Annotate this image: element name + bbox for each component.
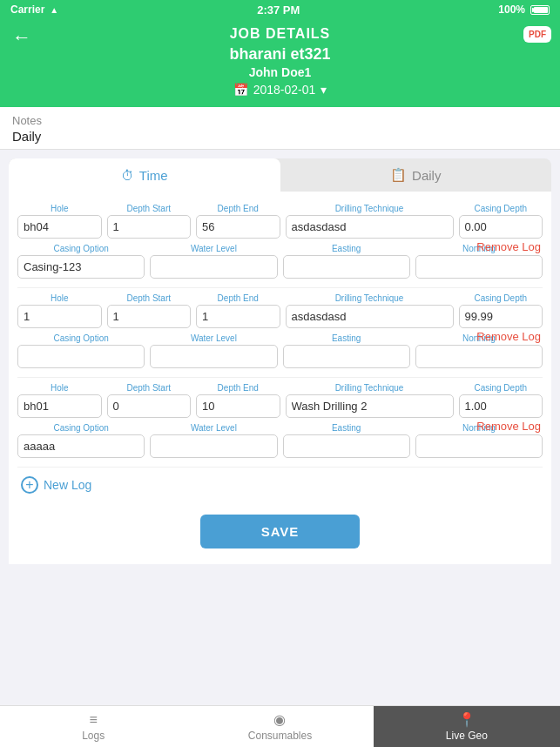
casing-opt-label-1: Casing Option [17,244,145,253]
field-water-1: Water Level [150,244,277,279]
tab-daily[interactable]: 📋 Daily [280,158,552,192]
notes-label: Notes [12,114,548,127]
log-row-2-bottom: Casing Option Water Level Easting Northi… [17,333,543,368]
hole-label-2: Hole [17,293,102,303]
content-area: Hole Depth Start Depth End Drilling Tech… [9,192,551,564]
save-button[interactable]: SAVE [200,515,361,548]
tabs-container: ⏱ Time 📋 Daily [9,158,551,192]
hole-input-2[interactable] [17,305,102,328]
depth-start-input-2[interactable] [107,305,192,328]
nav-item-livegeo[interactable]: 📍 Live Geo [374,706,560,747]
hole-label-3: Hole [17,383,102,393]
easting-label-3: Easting [283,423,410,433]
casing-depth-label-1: Casing Depth [459,204,543,213]
field-casing-depth-2: Casing Depth [459,293,543,328]
new-log-circle-icon: + [21,476,38,494]
hole-input-1[interactable] [17,215,102,239]
field-water-3: Water Level [150,423,277,458]
remove-log-3[interactable]: Remove Log [476,420,541,433]
northing-input-3[interactable] [415,434,543,458]
easting-input-2[interactable] [283,345,410,368]
casing-opt-input-3[interactable] [17,434,145,458]
casing-depth-input-1[interactable] [459,215,543,239]
easting-label-2: Easting [283,333,410,343]
log-entry-2: Hole Depth Start Depth End Drilling Tech… [17,288,543,378]
casing-depth-input-2[interactable] [459,305,543,328]
new-log-label: New Log [44,478,91,492]
log-row-3-bottom: Casing Option Water Level Easting Northi… [17,423,543,458]
chevron-down-icon: ▾ [320,83,327,97]
status-bar-left: Carrier [10,3,58,16]
field-casing-depth-3: Casing Depth [459,383,543,418]
casing-opt-input-2[interactable] [17,345,145,368]
consumables-icon: ◉ [273,711,286,728]
depth-start-label-1: Depth Start [107,204,192,213]
remove-log-1[interactable]: Remove Log [476,240,541,253]
log-row-3-top: Hole Depth Start Depth End Drilling Tech… [17,383,543,418]
save-container: SAVE [17,515,543,557]
depth-end-input-3[interactable] [196,394,280,418]
depth-end-input-1[interactable] [196,215,280,239]
field-drilling-3: Drilling Technique [286,383,454,418]
battery-percent: 100% [498,3,525,16]
field-easting-3: Easting [283,423,410,458]
field-depth-start-3: Depth Start [107,383,192,418]
field-depth-start-1: Depth Start [107,204,192,239]
northing-input-2[interactable] [415,345,543,368]
depth-end-input-2[interactable] [196,305,280,328]
drilling-label-2: Drilling Technique [286,293,454,303]
tab-time-label: Time [139,168,168,183]
new-log-button[interactable]: + New Log [17,468,543,502]
depth-end-label-3: Depth End [196,383,280,393]
back-button[interactable]: ← [12,28,31,47]
field-casing-depth-1: Casing Depth [459,204,543,239]
field-drilling-2: Drilling Technique [286,293,454,328]
hole-input-3[interactable] [17,394,102,418]
calendar-icon: 📅 [233,83,248,97]
pdf-label: PDF [529,30,546,39]
casing-opt-label-3: Casing Option [17,423,145,433]
tab-time[interactable]: ⏱ Time [9,158,280,192]
water-input-3[interactable] [150,434,277,458]
job-date[interactable]: 📅 2018-02-01 ▾ [44,83,516,97]
field-water-2: Water Level [150,333,277,368]
depth-start-input-1[interactable] [107,215,192,239]
easting-input-1[interactable] [283,255,410,279]
water-label-2: Water Level [150,333,277,343]
remove-log-2[interactable]: Remove Log [476,330,541,343]
bottom-nav: ≡ Logs ◉ Consumables 📍 Live Geo [0,705,560,747]
casing-opt-label-2: Casing Option [17,333,145,343]
drilling-input-3[interactable] [286,394,454,418]
tab-daily-label: Daily [412,168,441,183]
time-icon: ⏱ [121,168,134,183]
casing-depth-input-3[interactable] [459,394,543,418]
logs-icon: ≡ [89,712,97,728]
water-input-1[interactable] [150,255,277,279]
notes-value: Daily [12,127,548,145]
nav-item-consumables[interactable]: ◉ Consumables [186,706,373,747]
easting-input-3[interactable] [283,434,410,458]
logs-label: Logs [82,730,105,742]
field-easting-1: Easting [283,244,410,279]
depth-start-label-2: Depth Start [107,293,192,303]
field-easting-2: Easting [283,333,410,368]
drilling-input-1[interactable] [286,215,454,239]
casing-opt-input-1[interactable] [17,255,145,279]
drilling-input-2[interactable] [286,305,454,328]
depth-end-label-2: Depth End [196,293,280,303]
northing-input-1[interactable] [415,255,543,279]
field-casing-opt-1: Casing Option [17,244,145,279]
battery-icon [530,5,550,15]
log-entry-3: Hole Depth Start Depth End Drilling Tech… [17,378,543,468]
date-value: 2018-02-01 [253,83,316,97]
status-bar-right: 100% [498,3,550,16]
pdf-button[interactable]: PDF [523,26,551,43]
depth-start-input-3[interactable] [107,394,192,418]
status-bar: Carrier 2:37 PM 100% [0,0,560,19]
water-input-2[interactable] [150,345,277,368]
wifi-icon [50,3,58,16]
livegeo-icon: 📍 [458,711,476,728]
casing-depth-label-3: Casing Depth [459,383,543,393]
log-row-1-top: Hole Depth Start Depth End Drilling Tech… [17,204,543,239]
nav-item-logs[interactable]: ≡ Logs [0,706,186,747]
